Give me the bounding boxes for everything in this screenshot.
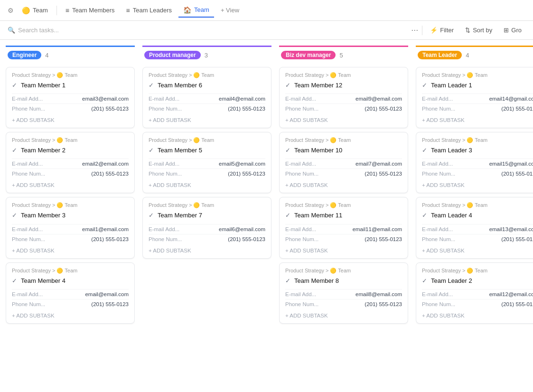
card-breadcrumb: Product Strategy > 🟡 Team: [422, 268, 533, 274]
email-field: E-mail Add... email6@email.com: [149, 224, 265, 234]
column-product-manager: Product manager 3 Product Strategy > 🟡 T…: [142, 46, 271, 266]
phone-value: (201) 555-0123: [91, 171, 129, 177]
email-field: E-mail Add... email15@gmail.com: [422, 159, 533, 168]
sort-button[interactable]: ⇅ Sort by: [461, 25, 496, 36]
email-label: E-mail Add...: [12, 226, 43, 232]
add-subtask-button[interactable]: + ADD SUBTASK: [12, 312, 129, 319]
email-value: email6@email.com: [219, 226, 265, 232]
add-subtask-button[interactable]: + ADD SUBTASK: [149, 181, 265, 189]
card-engineer-2[interactable]: Product Strategy > 🟡 Team ✓ Team Member …: [6, 197, 135, 258]
card-title: Team Leader 2: [431, 277, 472, 285]
add-subtask-button[interactable]: + ADD SUBTASK: [149, 247, 265, 254]
card-biz-dev-0[interactable]: Product Strategy > 🟡 Team ✓ Team Member …: [279, 67, 408, 128]
card-team-leader-2[interactable]: Product Strategy > 🟡 Team ✓ Team Leader …: [416, 197, 533, 258]
email-field: E-mail Add... email8@email.com: [285, 289, 402, 299]
add-subtask-button[interactable]: + ADD SUBTASK: [12, 181, 129, 189]
card-product-manager-0[interactable]: Product Strategy > 🟡 Team ✓ Team Member …: [142, 67, 271, 128]
card-biz-dev-2[interactable]: Product Strategy > 🟡 Team ✓ Team Member …: [279, 197, 408, 258]
card-engineer-1[interactable]: Product Strategy > 🟡 Team ✓ Team Member …: [6, 132, 135, 193]
card-title-row: ✓ Team Member 2: [12, 146, 129, 155]
breadcrumb-text: Product Strategy > 🟡 Team: [422, 72, 487, 78]
add-view-button[interactable]: + View: [216, 4, 244, 17]
col-badge-biz-dev: Biz dev manager: [281, 51, 336, 59]
email-label: E-mail Add...: [422, 291, 453, 297]
email-label: E-mail Add...: [422, 226, 453, 232]
card-title: Team Member 1: [21, 81, 65, 90]
email-value: email5@email.com: [219, 161, 265, 167]
breadcrumb-text: Product Strategy > 🟡 Team: [422, 268, 487, 274]
email-value: email2@email.com: [82, 161, 129, 167]
card-product-manager-1[interactable]: Product Strategy > 🟡 Team ✓ Team Member …: [142, 132, 271, 193]
card-breadcrumb: Product Strategy > 🟡 Team: [422, 137, 533, 143]
add-subtask-button[interactable]: + ADD SUBTASK: [422, 116, 533, 124]
phone-field: Phone Num... (201) 555-0123: [12, 299, 129, 309]
card-breadcrumb: Product Strategy > 🟡 Team: [12, 202, 129, 208]
card-biz-dev-3[interactable]: Product Strategy > 🟡 Team ✓ Team Member …: [279, 262, 408, 324]
card-title: Team Member 8: [294, 277, 339, 285]
add-subtask-button[interactable]: + ADD SUBTASK: [422, 181, 533, 189]
add-subtask-button[interactable]: + ADD SUBTASK: [285, 312, 402, 319]
breadcrumb-text: Product Strategy > 🟡 Team: [149, 137, 214, 143]
email-field: E-mail Add... email@email.com: [12, 289, 129, 299]
board: Engineer 4 Product Strategy > 🟡 Team ✓ T…: [0, 40, 533, 392]
col-header-engineer: Engineer 4: [6, 46, 135, 63]
nav-tab-team-home[interactable]: 🟡 Team: [17, 4, 53, 17]
card-team-leader-3[interactable]: Product Strategy > 🟡 Team ✓ Team Leader …: [416, 262, 533, 324]
card-title-row: ✓ Team Leader 4: [422, 211, 533, 220]
breadcrumb-text: Product Strategy > 🟡 Team: [285, 268, 351, 274]
check-icon: ✓: [149, 212, 154, 219]
email-value: email11@email.com: [353, 226, 402, 232]
phone-value: (201) 555-0123: [365, 236, 402, 242]
email-field: E-mail Add... email3@email.com: [12, 93, 129, 103]
group-button[interactable]: ⊞ Gro: [500, 25, 525, 36]
card-breadcrumb: Product Strategy > 🟡 Team: [12, 268, 129, 274]
email-field: E-mail Add... email14@gmail.com: [422, 93, 533, 103]
nav-tab-team-leaders[interactable]: ≡ Team Leaders: [122, 4, 177, 17]
card-title-row: ✓ Team Leader 2: [422, 277, 533, 285]
team-members-icon: ≡: [65, 7, 69, 14]
phone-label: Phone Num...: [149, 106, 182, 112]
filter-button[interactable]: ⚡ Filter: [426, 25, 458, 36]
card-team-leader-1[interactable]: Product Strategy > 🟡 Team ✓ Team Leader …: [416, 132, 533, 193]
card-engineer-3[interactable]: Product Strategy > 🟡 Team ✓ Team Member …: [6, 262, 135, 324]
phone-value: (201) 555-0123: [228, 106, 265, 112]
add-subtask-button[interactable]: + ADD SUBTASK: [12, 247, 129, 254]
add-subtask-button[interactable]: + ADD SUBTASK: [285, 247, 402, 254]
add-subtask-button[interactable]: + ADD SUBTASK: [149, 116, 265, 124]
check-icon: ✓: [285, 212, 290, 219]
card-biz-dev-1[interactable]: Product Strategy > 🟡 Team ✓ Team Member …: [279, 132, 408, 193]
card-breadcrumb: Product Strategy > 🟡 Team: [12, 72, 129, 78]
column-biz-dev: Biz dev manager 5 Product Strategy > 🟡 T…: [279, 46, 408, 331]
top-nav: ⚙ 🟡 Team ≡ Team Members ≡ Team Leaders 🏠…: [0, 0, 533, 21]
cards-engineer: Product Strategy > 🟡 Team ✓ Team Member …: [6, 67, 135, 331]
add-subtask-button[interactable]: + ADD SUBTASK: [12, 116, 129, 124]
search-icon: 🔍: [8, 27, 15, 34]
phone-value: (201) 555-0123: [365, 106, 402, 112]
card-team-leader-0[interactable]: Product Strategy > 🟡 Team ✓ Team Leader …: [416, 67, 533, 128]
email-value: email13@email.com: [489, 226, 533, 232]
card-breadcrumb: Product Strategy > 🟡 Team: [285, 137, 402, 143]
more-options-icon[interactable]: ···: [411, 25, 418, 35]
nav-tab-team[interactable]: 🏠 Team: [178, 3, 214, 18]
add-subtask-button[interactable]: + ADD SUBTASK: [422, 312, 533, 319]
add-subtask-button[interactable]: + ADD SUBTASK: [422, 247, 533, 254]
phone-value: (201) 555-0123: [91, 236, 129, 242]
add-subtask-button[interactable]: + ADD SUBTASK: [285, 116, 402, 124]
email-label: E-mail Add...: [285, 96, 316, 102]
card-title: Team Member 3: [21, 211, 65, 220]
card-breadcrumb: Product Strategy > 🟡 Team: [149, 202, 265, 208]
card-engineer-0[interactable]: Product Strategy > 🟡 Team ✓ Team Member …: [6, 67, 135, 128]
col-badge-product-manager: Product manager: [144, 51, 201, 59]
check-icon: ✓: [149, 82, 154, 89]
cards-team-leader: Product Strategy > 🟡 Team ✓ Team Leader …: [416, 67, 533, 331]
phone-value: (201) 555-0123: [365, 301, 402, 307]
search-box[interactable]: 🔍 Search tasks...: [8, 27, 407, 34]
card-product-manager-2[interactable]: Product Strategy > 🟡 Team ✓ Team Member …: [142, 197, 271, 258]
phone-field: Phone Num... (201) 555-0123: [422, 103, 533, 113]
nav-tab-team-members[interactable]: ≡ Team Members: [61, 4, 120, 17]
check-icon: ✓: [285, 82, 290, 89]
cards-product-manager: Product Strategy > 🟡 Team ✓ Team Member …: [142, 67, 271, 266]
add-subtask-button[interactable]: + ADD SUBTASK: [285, 181, 402, 189]
phone-value: (201) 555-0123: [228, 171, 265, 177]
card-title: Team Leader 1: [431, 81, 472, 90]
